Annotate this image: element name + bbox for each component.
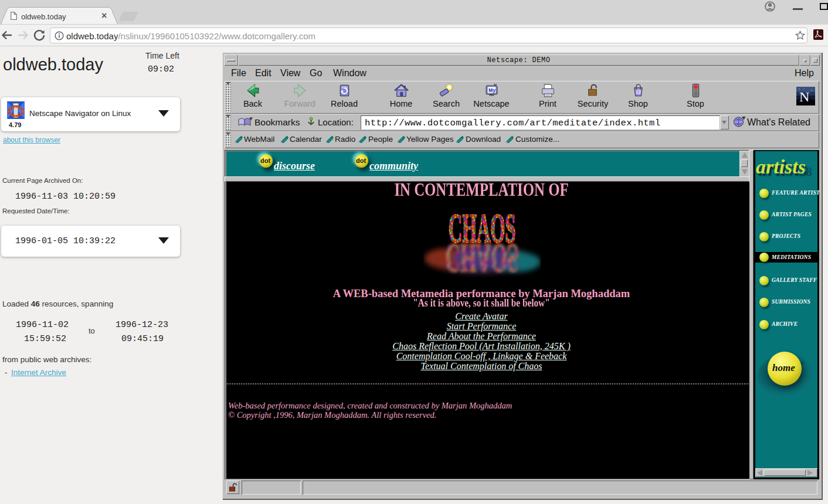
svg-text:CHAOS: CHAOS — [449, 212, 515, 251]
svg-text:N: N — [799, 89, 809, 104]
svg-text:@: @ — [636, 89, 641, 95]
svg-text:My: My — [488, 87, 496, 93]
